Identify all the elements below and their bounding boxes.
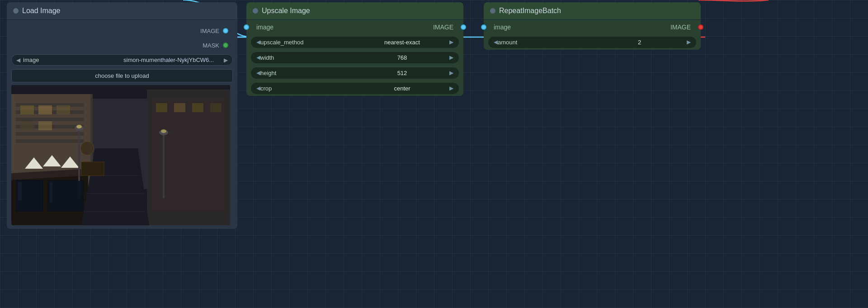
svg-rect-42 [48, 181, 83, 211]
file-select-widget[interactable]: ◀ image simon-mumenthaler-NykjYbCW6... ▶ [11, 54, 233, 66]
file-widget-value: simon-mumenthaler-NykjYbCW6... [123, 57, 221, 63]
crop-widget[interactable]: ◀ crop center ▶ [251, 83, 459, 94]
amount-value: 2 [592, 39, 687, 46]
file-select-prev-arrow[interactable]: ◀ [16, 57, 20, 63]
repeat-image-input-dot[interactable] [481, 24, 486, 30]
upscale-image-input-label: image [256, 24, 355, 31]
width-value: 768 [355, 54, 449, 61]
svg-rect-43 [18, 182, 22, 200]
svg-rect-7 [16, 118, 84, 121]
svg-rect-44 [50, 182, 52, 203]
image-output-port-row: IMAGE [11, 24, 233, 38]
height-value: 512 [355, 70, 449, 76]
image-output-dot[interactable] [223, 28, 228, 33]
upscale-status-dot [253, 8, 258, 14]
svg-rect-15 [38, 121, 52, 130]
upscale-method-prev[interactable]: ◀ [256, 39, 260, 45]
repeat-image-input-label: image [494, 24, 592, 31]
svg-rect-23 [151, 99, 226, 212]
amount-label: amount [498, 39, 592, 46]
file-selector-row: ◀ image simon-mumenthaler-NykjYbCW6... ▶ [11, 54, 233, 66]
svg-point-35 [76, 125, 82, 128]
crop-next[interactable]: ▶ [449, 85, 453, 91]
upscale-method-next[interactable]: ▶ [449, 39, 453, 45]
upscale-method-widget[interactable]: ◀ upscale_method nearest-exact ▶ [251, 37, 459, 48]
load-image-title: Load Image [22, 7, 61, 15]
load-image-header: Load Image [7, 2, 237, 20]
height-row: ◀ height 512 ▶ [246, 65, 463, 81]
svg-rect-11 [20, 105, 34, 114]
street-scene-svg [11, 85, 230, 225]
svg-rect-13 [57, 105, 70, 114]
svg-rect-27 [210, 103, 222, 112]
repeat-image-batch-node: RepeatImageBatch image IMAGE ◀ amount 2 … [484, 2, 701, 50]
height-prev[interactable]: ◀ [256, 70, 260, 76]
svg-rect-12 [38, 105, 52, 114]
crop-prev[interactable]: ◀ [256, 85, 260, 91]
upscale-image-output-label: IMAGE [355, 24, 453, 31]
height-next[interactable]: ▶ [449, 70, 453, 76]
upscale-image-header: Upscale Image [246, 2, 463, 20]
upscale-image-node: Upscale Image image IMAGE ◀ upscale_meth… [246, 2, 463, 96]
svg-rect-39 [81, 162, 104, 175]
mask-output-dot[interactable] [223, 43, 228, 48]
repeat-image-output-label: IMAGE [592, 24, 691, 31]
amount-prev[interactable]: ◀ [494, 39, 498, 45]
svg-rect-26 [192, 103, 203, 112]
repeat-image-output-dot[interactable] [698, 24, 703, 30]
upscale-io-row: image IMAGE [246, 20, 463, 34]
width-prev[interactable]: ◀ [256, 54, 260, 61]
svg-rect-10 [16, 139, 84, 143]
width-next[interactable]: ▶ [449, 54, 453, 61]
svg-rect-14 [20, 121, 34, 130]
load-image-node: Load Image IMAGE MASK ◀ image simon-mume… [7, 2, 237, 229]
file-widget-label: image [23, 57, 121, 63]
crop-label: crop [260, 85, 355, 92]
upscale-image-title: Upscale Image [262, 7, 310, 15]
upscale-image-input-dot[interactable] [244, 24, 249, 30]
crop-value: center [355, 85, 449, 92]
repeat-status-dot [490, 8, 495, 14]
amount-row: ◀ amount 2 ▶ [484, 34, 701, 50]
width-row: ◀ width 768 ▶ [246, 50, 463, 65]
file-select-next-arrow[interactable]: ▶ [224, 57, 228, 63]
svg-rect-36 [163, 135, 165, 198]
repeat-image-batch-body: image IMAGE ◀ amount 2 ▶ [484, 20, 701, 50]
width-label: width [260, 54, 355, 61]
width-widget[interactable]: ◀ width 768 ▶ [251, 52, 459, 63]
load-image-status-dot [13, 8, 19, 14]
load-image-body: IMAGE MASK ◀ image simon-mumenthaler-Nyk… [7, 20, 237, 229]
upload-button[interactable]: choose file to upload [11, 69, 233, 82]
image-output-label: IMAGE [200, 28, 219, 34]
repeat-image-batch-title: RepeatImageBatch [499, 7, 561, 15]
upscale-image-body: image IMAGE ◀ upscale_method nearest-exa… [246, 20, 463, 96]
height-label: height [260, 70, 355, 76]
amount-next[interactable]: ▶ [687, 39, 691, 45]
upscale-image-output-dot[interactable] [461, 24, 466, 30]
svg-rect-25 [174, 103, 185, 112]
upscale-method-label: upscale_method [260, 39, 355, 46]
crop-row: ◀ crop center ▶ [246, 81, 463, 96]
image-thumbnail [11, 85, 230, 225]
svg-point-38 [161, 129, 166, 133]
upscale-method-row: ◀ upscale_method nearest-exact ▶ [246, 34, 463, 50]
mask-output-label: MASK [203, 42, 219, 49]
upscale-method-value: nearest-exact [355, 39, 449, 46]
height-widget[interactable]: ◀ height 512 ▶ [251, 67, 459, 79]
amount-widget[interactable]: ◀ amount 2 ▶ [488, 37, 696, 48]
repeat-io-row: image IMAGE [484, 20, 701, 34]
svg-rect-24 [156, 103, 167, 112]
svg-point-40 [80, 142, 94, 155]
svg-rect-9 [16, 132, 84, 136]
mask-output-port-row: MASK [11, 38, 233, 52]
repeat-image-batch-header: RepeatImageBatch [484, 2, 701, 20]
